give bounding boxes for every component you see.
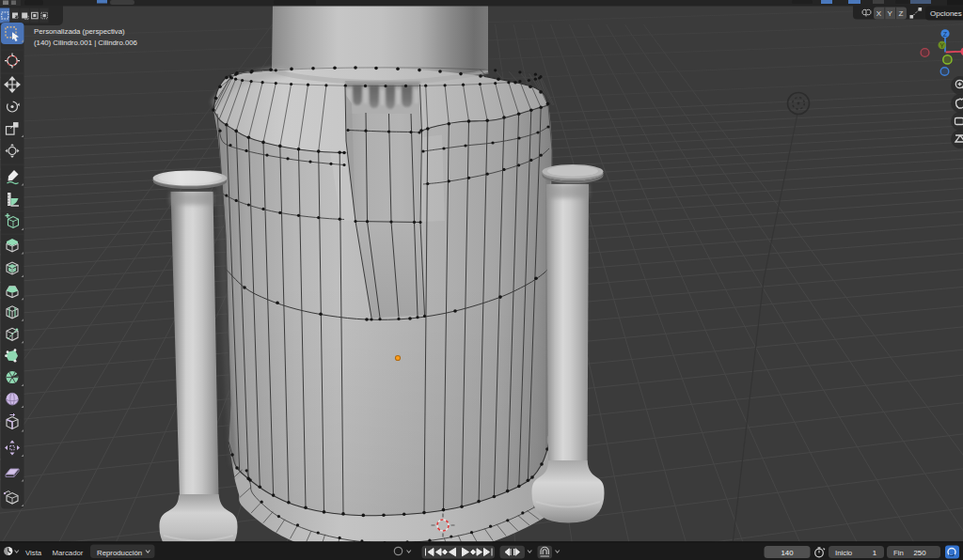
svg-text:Fin: Fin	[893, 549, 904, 557]
svg-text:Z: Z	[898, 9, 903, 18]
svg-text:Z: Z	[943, 31, 948, 38]
svg-text:Y: Y	[940, 42, 945, 49]
svg-text:Y: Y	[888, 9, 893, 18]
svg-text:Vista: Vista	[25, 549, 42, 557]
svg-text:1: 1	[873, 549, 876, 557]
svg-text:Opciones: Opciones	[930, 9, 962, 18]
svg-text:140: 140	[781, 549, 794, 557]
svg-text:Marcador: Marcador	[53, 549, 84, 557]
svg-text:Personalizada (perspectiva): Personalizada (perspectiva)	[34, 27, 125, 36]
svg-text:(140) Cilindro.001 | Cilindro.: (140) Cilindro.001 | Cilindro.006	[34, 39, 137, 47]
svg-text:250: 250	[913, 549, 926, 557]
svg-text:X: X	[876, 9, 882, 18]
svg-text:Inicio: Inicio	[835, 549, 853, 557]
svg-text:Reproducción: Reproducción	[97, 549, 142, 557]
